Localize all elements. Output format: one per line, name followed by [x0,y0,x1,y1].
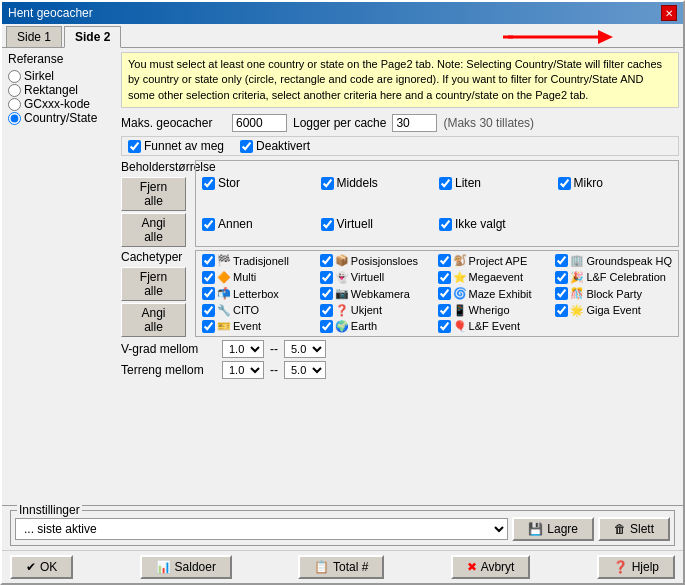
tab-side1[interactable]: Side 1 [6,26,62,47]
hjelp-icon: ❓ [613,560,628,574]
innstillinger-row: ... siste aktive 💾 Lagre 🗑 Slett [15,517,670,541]
vgrad-from-select[interactable]: 1.01.52.02.53.03.54.04.55.0 [222,340,264,358]
beholderstorrelse-section: Beholderstørrelse Fjern alle Angi alle S… [121,160,679,247]
cache-wherigo[interactable]: 📱Wherigo [438,302,554,317]
vgrad-separator: -- [270,342,278,356]
window-title: Hent geocacher [8,6,93,20]
total-button[interactable]: 📋 Total # [298,555,384,579]
innstillinger-inner: Innstillinger ... siste aktive 💾 Lagre 🗑… [10,510,675,546]
inkluder-deaktivert[interactable]: Deaktivert [240,139,310,153]
ok-icon: ✔ [26,560,36,574]
cache-multi[interactable]: 🔶Multi [202,270,318,285]
terreng-label: Terreng mellom [121,363,216,377]
beholderstorrelse-angi-button[interactable]: Angi alle [121,213,186,247]
cache-block-party[interactable]: 🎊Block Party [555,286,672,301]
cachetyper-section: Cachetyper Fjern alle Angi alle 🏁Tradisj… [121,250,679,337]
cache-ukjent[interactable]: ❓Ukjent [320,302,436,317]
cache-maze-exhibit[interactable]: 🌀Maze Exhibit [438,286,554,301]
size-liten[interactable]: Liten [439,176,554,190]
terreng-row: Terreng mellom 1.01.52.02.53.03.54.04.55… [121,361,679,379]
beholderstorrelse-list: Stor Middels Liten Mikro Annen Virtuell … [195,160,679,247]
cachetyper-label: Cachetyper [121,250,191,264]
radio-rektangel[interactable]: Rektangel [8,83,111,97]
warning-text: You must select at least one country or … [128,58,662,101]
slett-icon: 🗑 [614,522,626,536]
arrow-indicator [503,27,623,47]
size-annen[interactable]: Annen [202,217,317,231]
cachetyper-fjern-button[interactable]: Fjern alle [121,267,186,301]
cache-project-ape[interactable]: 🐒Project APE [438,253,554,268]
title-bar: Hent geocacher ✕ [2,2,683,24]
cache-giga-event[interactable]: 🌟Giga Event [555,302,672,317]
cache-letterbox[interactable]: 📬Letterbox [202,286,318,301]
size-virtuell[interactable]: Virtuell [321,217,436,231]
vgrad-label: V-grad mellom [121,342,216,356]
cache-tradisjonell[interactable]: 🏁Tradisjonell [202,253,318,268]
maks-note: (Maks 30 tillates) [443,116,534,130]
svg-marker-1 [598,30,613,44]
terreng-from-select[interactable]: 1.01.52.02.53.03.54.04.55.0 [222,361,264,379]
maks-label: Maks. geocacher [121,116,226,130]
size-stor[interactable]: Stor [202,176,317,190]
cachetyper-list: 🏁Tradisjonell 📦Posisjonsloes 🐒Project AP… [195,250,679,337]
radio-country[interactable]: Country/State [8,111,111,125]
maks-row: Maks. geocacher Logger per cache (Maks 3… [121,114,679,132]
cache-earth[interactable]: 🌍Earth [320,319,436,334]
innstillinger-section: Innstillinger ... siste aktive 💾 Lagre 🗑… [2,505,683,550]
terreng-to-select[interactable]: 1.01.52.02.53.03.54.04.55.0 [284,361,326,379]
vgrad-to-select[interactable]: 1.01.52.02.53.03.54.04.55.0 [284,340,326,358]
cachetyper-angi-button[interactable]: Angi alle [121,303,186,337]
inkluder-section: Funnet av meg Deaktivert [121,136,679,156]
size-middels[interactable]: Middels [321,176,436,190]
ok-button[interactable]: ✔ OK [10,555,73,579]
cache-cito[interactable]: 🔧CITO [202,302,318,317]
total-icon: 📋 [314,560,329,574]
beholderstorrelse-label: Beholderstørrelse [121,160,191,174]
saldoer-button[interactable]: 📊 Saldoer [140,555,232,579]
radio-sirkel[interactable]: Sirkel [8,69,111,83]
maks-input[interactable] [232,114,287,132]
avbryt-icon: ✖ [467,560,477,574]
size-ikke-valgt[interactable]: Ikke valgt [439,217,554,231]
lagre-button[interactable]: 💾 Lagre [512,517,594,541]
innstillinger-select[interactable]: ... siste aktive [15,518,508,540]
tab-side2[interactable]: Side 2 [64,26,121,48]
radio-gcxxxx[interactable]: GCxxx-kode [8,97,111,111]
logger-input[interactable] [392,114,437,132]
lagre-icon: 💾 [528,522,543,536]
cache-webkamera[interactable]: 📷Webkamera [320,286,436,301]
hjelp-button[interactable]: ❓ Hjelp [597,555,675,579]
referanse-label: Referanse [8,52,111,66]
terreng-separator: -- [270,363,278,377]
saldoer-icon: 📊 [156,560,171,574]
cache-megaevent[interactable]: ⭐Megaevent [438,270,554,285]
cache-posisjonsloes[interactable]: 📦Posisjonsloes [320,253,436,268]
cache-groundspeak-hq[interactable]: 🏢Groundspeak HQ [555,253,672,268]
close-button[interactable]: ✕ [661,5,677,21]
vgrad-row: V-grad mellom 1.01.52.02.53.03.54.04.55.… [121,340,679,358]
beholderstorrelse-label-col: Beholderstørrelse Fjern alle Angi alle [121,160,191,247]
size-mikro[interactable]: Mikro [558,176,673,190]
red-arrow-icon [503,27,623,47]
tab-bar: Side 1 Side 2 [2,24,683,48]
cache-virtuell[interactable]: 👻Virtuell [320,270,436,285]
cache-event[interactable]: 🎫Event [202,319,318,334]
cachetyper-label-col: Cachetyper Fjern alle Angi alle [121,250,191,337]
bottom-button-bar: ✔ OK 📊 Saldoer 📋 Total # ✖ Avbryt ❓ Hjel… [2,550,683,583]
inkluder-funnet[interactable]: Funnet av meg [128,139,224,153]
slett-button[interactable]: 🗑 Slett [598,517,670,541]
warning-box: You must select at least one country or … [121,52,679,108]
cache-lf-event[interactable]: 🎈L&F Event [438,319,554,334]
beholderstorrelse-fjern-button[interactable]: Fjern alle [121,177,186,211]
main-window: Hent geocacher ✕ Side 1 Side 2 Referanse… [0,0,685,585]
cache-lf-celebration[interactable]: 🎉L&F Celebration [555,270,672,285]
innstillinger-label: Innstillinger [17,503,82,517]
avbryt-button[interactable]: ✖ Avbryt [451,555,531,579]
logger-label: Logger per cache [293,116,386,130]
